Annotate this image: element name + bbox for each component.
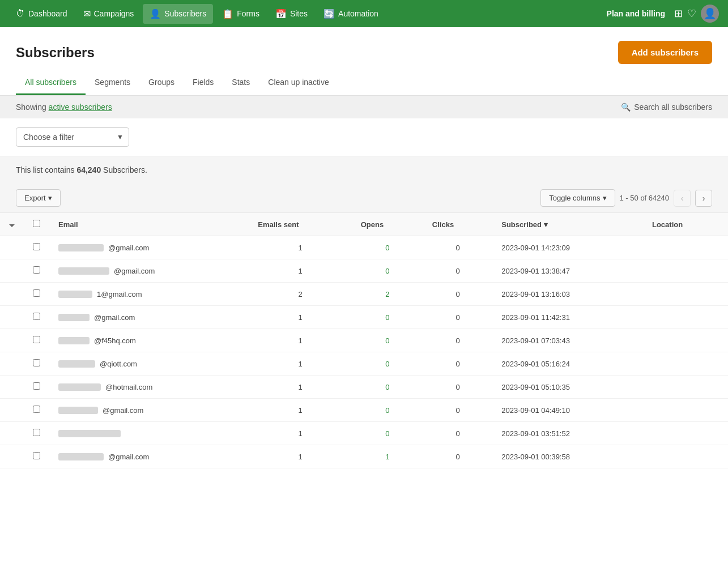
automation-icon: 🔄 (323, 8, 335, 19)
row-checkbox[interactable] (33, 336, 40, 343)
row-checkbox[interactable] (33, 452, 40, 459)
email-domain: @gmail.com (103, 406, 143, 415)
row-checkbox[interactable] (33, 266, 40, 274)
tab-all-subscribers[interactable]: All subscribers (16, 71, 86, 95)
row-email-cell[interactable] (49, 422, 249, 445)
table-row: @qiott.com 1 0 0 2023-09-01 05:16:24 (0, 352, 728, 376)
toggle-columns-button[interactable]: Toggle columns ▾ (540, 189, 615, 207)
export-button[interactable]: Export ▾ (16, 189, 61, 207)
row-checkbox[interactable] (33, 429, 40, 436)
avatar[interactable]: 👤 (701, 5, 719, 23)
tab-clean-up-inactive[interactable]: Clean up inactive (259, 71, 338, 95)
row-clicks: 0 (423, 259, 492, 283)
toggle-cols-label: Toggle columns (549, 194, 600, 202)
row-checkbox[interactable] (33, 406, 40, 413)
nav-item-forms[interactable]: 📋 Forms (215, 4, 266, 24)
email-redacted (58, 360, 95, 368)
row-clicks: 0 (423, 352, 492, 376)
nav-item-dashboard[interactable]: ⏱ Dashboard (9, 4, 74, 23)
row-email-cell[interactable]: @hotmail.com (49, 376, 249, 399)
row-emails-sent: 1 (249, 352, 351, 376)
row-checkbox[interactable] (33, 382, 40, 390)
row-checkbox[interactable] (33, 313, 40, 320)
toolbar-right: Toggle columns ▾ 1 - 50 of 64240 ‹ › (540, 189, 712, 207)
col-email: Email (49, 213, 249, 236)
nav-item-campaigns[interactable]: ✉ Campaigns (76, 4, 141, 24)
row-email-cell[interactable]: @gmail.com (49, 306, 249, 329)
row-clicks: 0 (423, 236, 492, 259)
col-subscribed[interactable]: Subscribed ▾ (492, 213, 643, 236)
row-checkbox-cell[interactable] (24, 283, 49, 306)
row-checkbox[interactable] (33, 359, 40, 366)
row-checkbox-cell[interactable] (24, 329, 49, 352)
row-checkbox-cell[interactable] (24, 236, 49, 259)
row-email-cell[interactable]: @gmail.com (49, 445, 249, 468)
table-header-row: Email Emails sent Opens Clicks Subscribe… (0, 213, 728, 236)
row-opens: 0 (352, 376, 423, 399)
col-dropdown[interactable] (0, 213, 24, 236)
page-content: Subscribers Add subscribers All subscrib… (0, 27, 728, 580)
row-dropdown-cell (0, 445, 24, 468)
row-email-cell[interactable]: @qiott.com (49, 352, 249, 376)
sites-icon: 📅 (275, 8, 287, 19)
row-checkbox-cell[interactable] (24, 306, 49, 329)
row-email-cell[interactable]: 1@gmail.com (49, 283, 249, 306)
row-email-cell[interactable]: @f45hq.com (49, 329, 249, 352)
tab-stats[interactable]: Stats (223, 71, 259, 95)
filter-area: Choose a filter ▼ (0, 118, 728, 156)
row-opens: 2 (352, 283, 423, 306)
search-all-button[interactable]: 🔍 Search all subscribers (621, 103, 712, 112)
row-dropdown-cell (0, 329, 24, 352)
row-checkbox[interactable] (33, 289, 40, 297)
row-checkbox-cell[interactable] (24, 259, 49, 283)
pagination-next-button[interactable]: › (695, 190, 712, 207)
subscribers-table-wrapper: Email Emails sent Opens Clicks Subscribe… (0, 212, 728, 468)
pagination-info: 1 - 50 of 64240 (620, 194, 669, 202)
row-emails-sent: 1 (249, 236, 351, 259)
table-row: @f45hq.com 1 0 0 2023-09-01 07:03:43 (0, 329, 728, 352)
heart-icon[interactable]: ♡ (687, 7, 696, 20)
grid-icon[interactable]: ⊞ (674, 7, 683, 20)
row-checkbox-cell[interactable] (24, 376, 49, 399)
filter-select[interactable]: Choose a filter (16, 127, 129, 147)
col-dropdown-icon (9, 220, 15, 229)
row-checkbox-cell[interactable] (24, 422, 49, 445)
export-chevron-icon: ▾ (48, 194, 52, 202)
tab-groups[interactable]: Groups (139, 71, 184, 95)
row-email-cell[interactable]: @gmail.com (49, 259, 249, 283)
nav-plan-billing[interactable]: Plan and billing (600, 5, 672, 23)
row-emails-sent: 1 (249, 329, 351, 352)
row-email-cell[interactable]: @gmail.com (49, 236, 249, 259)
table-row: @gmail.com 1 0 0 2023-09-01 13:38:47 (0, 259, 728, 283)
email-redacted (58, 407, 98, 414)
campaigns-icon: ✉ (83, 8, 91, 19)
row-dropdown-cell (0, 352, 24, 376)
row-dropdown-cell (0, 306, 24, 329)
row-location (643, 445, 728, 468)
row-clicks: 0 (423, 283, 492, 306)
row-location (643, 329, 728, 352)
list-info-suffix: Subscribers. (103, 165, 147, 174)
tab-fields[interactable]: Fields (184, 71, 223, 95)
row-clicks: 0 (423, 399, 492, 422)
row-location (643, 352, 728, 376)
nav-item-automation[interactable]: 🔄 Automation (317, 4, 385, 24)
row-dropdown-cell (0, 236, 24, 259)
row-emails-sent: 1 (249, 422, 351, 445)
row-clicks: 0 (423, 329, 492, 352)
row-checkbox-cell[interactable] (24, 352, 49, 376)
nav-item-subscribers[interactable]: 👤 Subscribers (143, 4, 213, 24)
tab-segments[interactable]: Segments (86, 71, 139, 95)
add-subscribers-button[interactable]: Add subscribers (618, 41, 712, 64)
row-checkbox-cell[interactable] (24, 399, 49, 422)
select-all-checkbox[interactable] (33, 220, 40, 227)
active-subscribers-link[interactable]: active subscribers (49, 103, 112, 112)
nav-item-sites[interactable]: 📅 Sites (269, 4, 314, 24)
row-email-cell[interactable]: @gmail.com (49, 399, 249, 422)
row-checkbox[interactable] (33, 243, 40, 250)
pagination-prev-button[interactable]: ‹ (674, 190, 691, 207)
table-body: @gmail.com 1 0 0 2023-09-01 14:23:09 @gm… (0, 236, 728, 468)
row-checkbox-cell[interactable] (24, 445, 49, 468)
list-info-prefix: This list contains (16, 165, 74, 174)
row-opens: 0 (352, 399, 423, 422)
